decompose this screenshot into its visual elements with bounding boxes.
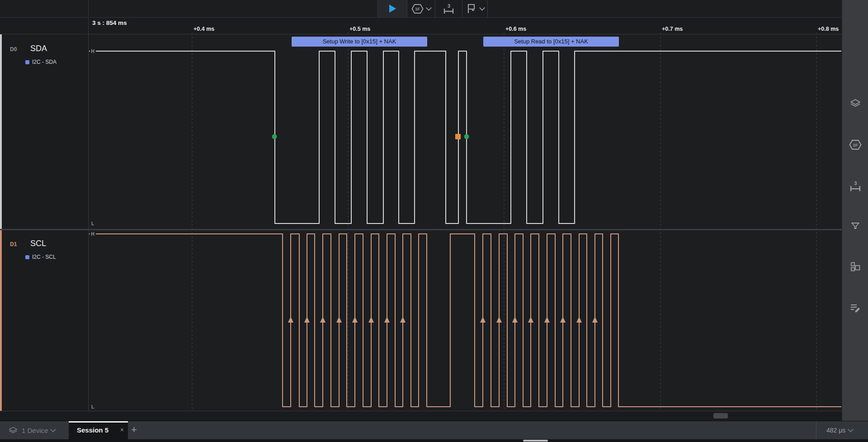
channel-id: D1: [10, 241, 17, 247]
device-selector[interactable]: 1 Device: [8, 421, 55, 439]
channel-top-border: [0, 34, 842, 34]
sidebar-item-analyzers[interactable]: 1F: [849, 138, 862, 153]
notes-icon: [849, 302, 861, 313]
chevron-down-icon: [848, 427, 854, 432]
svg-text:1F: 1F: [415, 7, 420, 11]
flag-icon: [466, 3, 477, 14]
analyzer-swatch: [25, 60, 29, 64]
ruler-tick-label: +0.8 ms: [818, 26, 839, 32]
analyzer-swatch: [25, 255, 29, 259]
layers-icon: [8, 426, 18, 435]
channel-name: SDA: [30, 44, 47, 53]
panel-border: [88, 0, 89, 421]
extensions-icon: [849, 261, 861, 273]
waveform-canvas[interactable]: [88, 34, 842, 411]
time-ruler[interactable]: 3 s : 854 ms +0.4 ms+0.5 ms+0.6 ms+0.7 m…: [0, 18, 842, 34]
svg-text:3: 3: [854, 181, 857, 186]
measure-icon: 3: [443, 3, 455, 14]
channel-color-strip: [0, 230, 2, 411]
hexagon-1f-icon: 1F: [849, 138, 862, 151]
status-bar: 1 Device Session 5 × + 482 μs: [0, 421, 868, 439]
sidebar-item-measurements[interactable]: 3: [849, 180, 862, 194]
ruler-tick-label: +0.5 ms: [349, 26, 370, 32]
analyzer-label: I2C - SCL: [32, 254, 56, 260]
right-sidebar: 1F 3: [842, 0, 868, 421]
add-tab-button[interactable]: +: [131, 421, 137, 439]
ruler-tick-label: +0.6 ms: [505, 26, 526, 32]
channel-name: SCL: [30, 239, 46, 248]
chevron-down-icon: [50, 427, 56, 432]
ruler-tick-label: +0.4 ms: [193, 26, 214, 32]
tab-session-5[interactable]: Session 5 ×: [69, 421, 128, 439]
hexagon-1f-icon: 1F: [411, 3, 424, 15]
channel-label-panel: D0 SDA I2C - SDA D1 SCL I2C - SCL: [0, 34, 88, 411]
analyzer-label: I2C - SDA: [32, 59, 57, 65]
channel-color-strip: [0, 34, 2, 229]
svg-text:1F: 1F: [853, 143, 858, 147]
timescale-selector[interactable]: 482 μs: [826, 421, 853, 439]
top-bar: 1F 3: [0, 0, 842, 18]
timescale-value: 482 μs: [826, 427, 845, 434]
chevron-down-icon: [426, 5, 432, 11]
play-button[interactable]: [377, 0, 407, 17]
trigger-mode-button[interactable]: 1F: [407, 0, 435, 17]
scrollbar-thumb[interactable]: [713, 413, 728, 418]
chevron-down-icon: [479, 5, 485, 11]
play-icon: [389, 4, 396, 13]
ruler-anchor-time: 3 s : 854 ms: [92, 19, 127, 26]
tab-label: Session 5: [77, 421, 108, 439]
channel-divider: [0, 229, 842, 230]
svg-text:3: 3: [448, 3, 450, 9]
ruler-tick-label: +0.7 ms: [662, 26, 683, 32]
channel-id: D0: [10, 46, 17, 52]
protocol-annotation-bubble[interactable]: Setup Read to [0x15] + NAK: [483, 37, 619, 47]
sidebar-item-notes[interactable]: [849, 302, 861, 315]
divider: [816, 421, 816, 439]
measure-button[interactable]: 3: [435, 0, 462, 17]
device-count-label: 1 Device: [22, 427, 48, 434]
sidebar-item-devices[interactable]: [849, 98, 861, 110]
funnel-marker-icon: [850, 221, 861, 232]
sidebar-item-extensions[interactable]: [849, 261, 861, 275]
close-tab-icon[interactable]: ×: [120, 421, 124, 439]
horizontal-scrollbar[interactable]: [0, 411, 842, 421]
sidebar-item-timing-markers[interactable]: [850, 221, 861, 233]
taskbar-grip: [523, 440, 548, 442]
measure-icon: 3: [849, 180, 862, 192]
flag-button[interactable]: [462, 0, 488, 17]
protocol-annotation-bubble[interactable]: Setup Write to [0x15] + NAK: [292, 37, 427, 47]
capture-toolbar: 1F 3: [377, 0, 488, 17]
bottom-edge: [0, 439, 868, 442]
layers-icon: [849, 98, 861, 109]
logic-analyzer-app: 1F 3 3 s : 854 ms +0.4: [0, 0, 868, 442]
